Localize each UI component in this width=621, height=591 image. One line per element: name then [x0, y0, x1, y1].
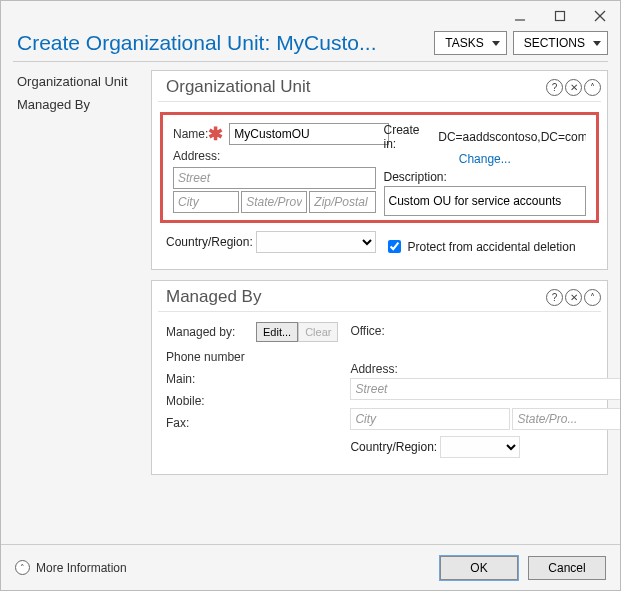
change-link[interactable]: Change...: [459, 152, 511, 166]
city-input[interactable]: [173, 191, 239, 213]
mb-country-select[interactable]: [440, 436, 520, 458]
country-label: Country/Region:: [166, 235, 253, 249]
sections-button[interactable]: SECTIONS: [513, 31, 608, 55]
nav-item-managed-by[interactable]: Managed By: [17, 97, 143, 112]
main-panel: Organizational Unit ? ✕ ˄ Name: ✱: [151, 62, 620, 544]
name-label: Name:: [173, 127, 208, 141]
create-in-value: DC=aaddscontoso,DC=com: [438, 130, 586, 144]
expand-up-icon: ˄: [15, 560, 30, 575]
street-input[interactable]: [173, 167, 376, 189]
tasks-label: TASKS: [445, 36, 483, 50]
office-label: Office:: [350, 324, 440, 338]
more-information-toggle[interactable]: ˄ More Information: [15, 560, 127, 575]
name-input[interactable]: [229, 123, 389, 145]
create-in-label: Create in:: [384, 123, 435, 151]
sections-label: SECTIONS: [524, 36, 585, 50]
section-title-ou: Organizational Unit: [166, 77, 311, 97]
edit-button[interactable]: Edit...: [256, 322, 298, 342]
mb-street-input[interactable]: [350, 378, 620, 400]
collapse-up-icon[interactable]: ˄: [584, 79, 601, 96]
tasks-button[interactable]: TASKS: [434, 31, 506, 55]
dialog-body: Organizational Unit Managed By Organizat…: [1, 62, 620, 544]
svg-rect-1: [556, 12, 565, 21]
mb-address-label: Address:: [350, 362, 440, 376]
side-nav: Organizational Unit Managed By: [1, 62, 151, 544]
minimize-icon[interactable]: [500, 1, 540, 31]
help-icon[interactable]: ?: [546, 289, 563, 306]
mb-city-input[interactable]: [350, 408, 510, 430]
chevron-down-icon: [593, 41, 601, 46]
page-title: Create Organizational Unit: MyCusto...: [17, 31, 376, 55]
highlighted-fields-box: Name: ✱ Address:: [160, 112, 599, 223]
ok-button[interactable]: OK: [440, 556, 518, 580]
description-label: Description:: [384, 170, 447, 184]
cancel-button[interactable]: Cancel: [528, 556, 606, 580]
section-title-managed-by: Managed By: [166, 287, 261, 307]
mobile-phone-label: Mobile:: [166, 394, 256, 408]
dialog-header: Create Organizational Unit: MyCusto... T…: [1, 31, 620, 59]
mb-state-input[interactable]: [512, 408, 620, 430]
section-organizational-unit: Organizational Unit ? ✕ ˄ Name: ✱: [151, 70, 608, 270]
country-select[interactable]: [256, 231, 375, 253]
help-icon[interactable]: ?: [546, 79, 563, 96]
main-phone-label: Main:: [166, 372, 256, 386]
state-input[interactable]: [241, 191, 307, 213]
section-divider: [158, 311, 601, 312]
window-titlebar: [1, 1, 620, 31]
section-managed-by: Managed By ? ✕ ˄ Managed by: Edit... Cle…: [151, 280, 608, 475]
clear-button: Clear: [298, 322, 338, 342]
close-section-icon[interactable]: ✕: [565, 289, 582, 306]
header-button-group: TASKS SECTIONS: [434, 31, 608, 55]
close-section-icon[interactable]: ✕: [565, 79, 582, 96]
mb-country-label: Country/Region:: [350, 440, 437, 454]
protect-checkbox[interactable]: [388, 240, 401, 253]
zip-input[interactable]: [309, 191, 375, 213]
close-icon[interactable]: [580, 1, 620, 31]
maximize-icon[interactable]: [540, 1, 580, 31]
required-asterisk-icon: ✱: [208, 123, 223, 145]
nav-item-organizational-unit[interactable]: Organizational Unit: [17, 74, 143, 89]
managed-by-label: Managed by:: [166, 325, 256, 339]
address-label: Address:: [173, 149, 220, 163]
description-input[interactable]: [384, 186, 587, 216]
more-information-label: More Information: [36, 561, 127, 575]
phone-number-label: Phone number: [166, 350, 245, 364]
fax-label: Fax:: [166, 416, 256, 430]
chevron-down-icon: [492, 41, 500, 46]
section-divider: [158, 101, 601, 102]
protect-label: Protect from accidental deletion: [408, 240, 576, 254]
dialog-footer: ˄ More Information OK Cancel: [1, 544, 620, 590]
collapse-up-icon[interactable]: ˄: [584, 289, 601, 306]
